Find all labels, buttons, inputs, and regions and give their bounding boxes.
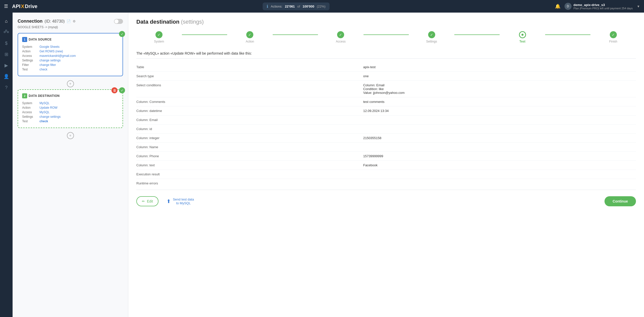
connector-2 (273, 34, 318, 35)
table-row: Column: Phone15739999999 (136, 152, 636, 161)
table-cell-value: Column: Email Condition: like Value: jjo… (361, 81, 636, 97)
block2-value-access[interactable]: MySQL (39, 110, 50, 114)
logo-drive: Drive (25, 4, 37, 9)
sidebar-item-home[interactable]: ⌂ (2, 17, 11, 26)
block1-row-filter: Filter change filter (22, 63, 118, 67)
table-cell-value: one (361, 72, 636, 81)
block1-value-settings[interactable]: change settings (39, 59, 61, 62)
table-cell-field: Column: Phone (136, 152, 361, 161)
svg-rect-0 (4, 31, 5, 33)
block2-value-system[interactable]: MySQL (39, 101, 50, 105)
sidebar-item-billing[interactable]: $ (2, 39, 11, 48)
svg-rect-1 (6, 30, 7, 31)
info-icon: ℹ (267, 4, 268, 9)
table-cell-value: 2150355158 (361, 134, 636, 143)
block1-value-system[interactable]: Google Sheets (39, 45, 59, 49)
user-info: D demo_apix-drive_s3 Plan |Premium PRO| … (565, 3, 633, 10)
block2-delete-icon[interactable]: 🗑 (111, 87, 117, 93)
bottom-bar: ✏ Edit ⬆ Send test data to MySQL Continu… (136, 190, 636, 208)
block2-label-access: Access (22, 110, 38, 114)
block2-value-test[interactable]: check (39, 120, 48, 123)
table-cell-field: Runtime errors (136, 179, 361, 188)
hamburger-icon[interactable]: ☰ (4, 4, 8, 9)
toggle-knob (114, 19, 118, 23)
step-system-label: System (154, 40, 164, 43)
page-title: Data destination (settings) (136, 19, 636, 25)
table-row: Column: integer2150355158 (136, 134, 636, 143)
sidebar-item-profile[interactable]: 👤 (2, 72, 11, 81)
connection-id: (ID: 48730) (45, 19, 65, 24)
edit-button-label: Edit (147, 199, 153, 203)
block1-value-action[interactable]: Get ROWS (new) (39, 50, 63, 53)
table-row: Runtime errors (136, 179, 636, 188)
step-access-icon: ✓ (337, 31, 344, 38)
block1-num: 1 (22, 37, 27, 42)
logo: APIXDrive (12, 4, 37, 9)
step-test-dot (521, 34, 524, 36)
block2-value-settings[interactable]: change settings (39, 115, 61, 118)
block2-label-action: Action (22, 106, 38, 109)
sidebar-item-diagram[interactable] (2, 28, 11, 37)
block1-title: DATA SOURCE (29, 38, 52, 41)
block1-value-access[interactable]: maverickandrii@gmail.com (39, 54, 76, 58)
table-row: Tableapix-test (136, 63, 636, 72)
send-button-label: Send test data to MySQL (173, 197, 194, 205)
logo-api: API (12, 4, 20, 9)
sidebar-item-help[interactable]: ? (2, 83, 11, 92)
table-cell-field: Column: integer (136, 134, 361, 143)
block2-label-system: System (22, 101, 38, 105)
actions-label: Actions: (271, 5, 282, 8)
add-below-icon[interactable]: + (67, 132, 74, 139)
table-cell-field: Select conditions (136, 81, 361, 97)
connector-4 (454, 34, 500, 35)
block2-label-test: Test (22, 120, 38, 123)
data-source-block: ✓ 1 DATA SOURCE System Google Sheets Act… (18, 33, 123, 76)
send-test-button[interactable]: ⬆ Send test data to MySQL (163, 195, 198, 208)
step-access: ✓ Access (318, 31, 364, 43)
block2-row-settings: Settings change settings (22, 115, 118, 118)
table-row: Column: id (136, 125, 636, 134)
step-system-icon: ✓ (155, 31, 163, 38)
document-icon[interactable]: 📄 (67, 19, 71, 23)
steps-bar: ✓ System ✓ Action ✓ Access ✓ Settings (136, 31, 636, 43)
step-action-icon: ✓ (246, 31, 253, 38)
table-cell-value: Facebook (361, 161, 636, 170)
block-check-icon: ✓ (119, 31, 125, 37)
block1-value-filter[interactable]: change filter (39, 63, 56, 67)
table-row: Column: Email (136, 115, 636, 125)
data-destination-block: ✓ 🗑 2 DATA DESTINATION System MySQL Acti… (18, 89, 123, 128)
step-system: ✓ System (136, 31, 182, 43)
connector-3 (364, 34, 409, 35)
block2-row-system: System MySQL (22, 101, 118, 105)
table-cell-field: Search type (136, 72, 361, 81)
table-cell-field: Column: Name (136, 143, 361, 152)
sidebar-item-apps[interactable]: ⊞ (2, 50, 11, 59)
actions-of: of (297, 5, 300, 8)
sidebar-item-video[interactable]: ▶ (2, 61, 11, 70)
block2-value-action[interactable]: Update ROW (39, 106, 57, 109)
table-cell-value: 12.09.2024 13:34 (361, 106, 636, 115)
table-cell-field: Column: Comments (136, 97, 361, 106)
toggle-switch[interactable] (114, 19, 123, 24)
block2-header: 2 DATA DESTINATION (22, 93, 118, 98)
continue-button[interactable]: Continue (605, 196, 636, 206)
edit-button[interactable]: ✏ Edit (136, 196, 158, 206)
step-settings-icon: ✓ (428, 31, 435, 38)
avatar: D (565, 3, 572, 10)
block2-row-test: Test check (22, 120, 118, 123)
right-panel: Data destination (settings) ✓ System ✓ A… (128, 13, 644, 317)
block1-value-test[interactable]: check (39, 68, 47, 71)
step-finish-icon: ✓ (610, 31, 617, 38)
add-between-icon[interactable]: + (67, 80, 74, 87)
table-cell-field: Table (136, 63, 361, 72)
chevron-down-icon[interactable]: ▼ (637, 5, 640, 8)
actions-total: 100'000 (303, 5, 314, 8)
header-right: 🔔 D demo_apix-drive_s3 Plan |Premium PRO… (555, 3, 640, 10)
step-settings: ✓ Settings (409, 31, 454, 43)
top-header: ☰ APIXDrive ℹ Actions: 22'061 of 100'000… (0, 0, 644, 13)
gear-icon[interactable]: ⚙ (73, 19, 76, 23)
table-cell-field: Column: text (136, 161, 361, 170)
sidebar: ⌂ $ ⊞ ▶ 👤 ? (0, 13, 13, 317)
upload-icon: ⬆ (167, 198, 171, 204)
bell-icon[interactable]: 🔔 (555, 4, 560, 9)
